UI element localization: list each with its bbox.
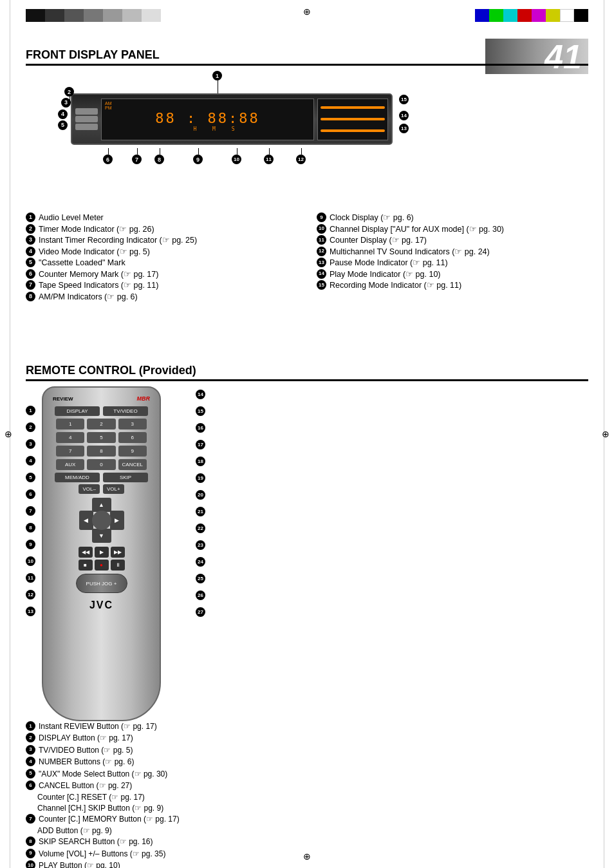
callout-num-11: 11 [264, 155, 274, 164]
num-btn-4[interactable]: 4 [56, 432, 84, 443]
rc-bullet-7: 7 [26, 814, 35, 824]
skip-search-btn[interactable]: SKIP [103, 473, 148, 482]
jog-dial[interactable]: PUSH JOG + [76, 574, 127, 593]
num-btn-3[interactable]: 3 [118, 419, 147, 429]
rc-callout-24-right: 24 [196, 557, 205, 567]
rc-bullet-4: 4 [26, 757, 35, 766]
item-text-10: Channel Display ["AU" for AUX mode] (☞ p… [330, 224, 588, 236]
num-btn-0[interactable]: 0 [87, 459, 115, 470]
callout-4-pos: 4 [58, 108, 68, 119]
front-display-item-15: 15 Recording Mode Indicator (☞ pg. 11) [317, 280, 588, 292]
num-btn-aux[interactable]: AUX [56, 459, 84, 470]
item-text-6: Counter Memory Mark (☞ pg. 17) [39, 269, 297, 281]
callout-13-pos: 13 [399, 122, 409, 133]
rc-callout-11-left: 11 [26, 573, 35, 583]
rc-callout-18-right: 18 [196, 457, 205, 466]
rc-callout-27-right: 27 [196, 607, 205, 617]
remote-control-title: REMOTE CONTROL (Provided) [26, 364, 588, 381]
item-text-4: Video Mode Indicator (☞ pg. 5) [39, 247, 297, 258]
remote-body: REVIEW MBR DISPLAY TV/VIDEO 1 2 3 4 5 6 … [42, 386, 161, 721]
callout-num-14: 14 [399, 111, 409, 120]
rc-item-5: 5 "AUX" Mode Select Button (☞ pg. 30) [26, 769, 405, 780]
num-btn-1[interactable]: 1 [56, 419, 84, 429]
crosshair-left: ⊕ [3, 429, 14, 439]
clock-display: AMPM 88 : 88:88 H M S [101, 99, 314, 140]
rc-callout-13-left: 13 [26, 607, 35, 616]
memory-btn[interactable]: MEM/ADD [55, 473, 100, 482]
front-display-title: FRONT DISPLAY PANEL [26, 48, 588, 66]
rc-item-6-sub1: Counter [C.] RESET (☞ pg. 17) [37, 792, 405, 803]
rc-callout-22-right: 22 [196, 524, 205, 533]
item-text-7: Tape Speed Indicators (☞ pg. 11) [39, 280, 297, 292]
front-display-item-4: 4 Video Mode Indicator (☞ pg. 5) [26, 247, 297, 258]
dpad-center[interactable] [92, 511, 111, 530]
tv-video-btn[interactable]: TV/VIDEO [103, 406, 148, 416]
callout-num-1: 1 [212, 71, 222, 80]
remote-row-1: DISPLAY TV/VIDEO [50, 406, 153, 416]
num-btn-8[interactable]: 8 [87, 446, 115, 457]
rec-btn[interactable]: ● [95, 560, 109, 571]
rc-callout-1-left: 1 [26, 406, 35, 415]
front-display-item-10: 10 Channel Display ["AU" for AUX mode] (… [317, 224, 588, 236]
rc-text-7: Counter [C.] MEMORY Button (☞ pg. 17) [39, 814, 180, 825]
num-btn-cancel[interactable]: CANCEL [118, 459, 147, 470]
stop-btn[interactable]: ■ [79, 560, 93, 571]
remote-diagram: 1 2 3 4 5 6 7 8 9 10 11 12 13 REVIEW MBR [26, 386, 206, 721]
rc-item-6: 6 CANCEL Button (☞ pg. 27) [26, 780, 405, 791]
transport-row-1: ◀◀ ▶ ▶▶ [50, 547, 153, 558]
remote-control-section: REMOTE CONTROL (Provided) 1 2 3 4 5 6 7 … [26, 364, 588, 868]
ff-btn[interactable]: ▶▶ [111, 547, 125, 558]
rc-item-2: 2 DISPLAY Button (☞ pg. 17) [26, 733, 405, 744]
item-bullet-5: 5 [26, 258, 35, 267]
num-btn-6[interactable]: 6 [118, 432, 147, 443]
item-bullet-11: 11 [317, 235, 326, 245]
item-bullet-2: 2 [26, 224, 35, 234]
dpad-left[interactable]: ◀ [79, 511, 93, 530]
dpad-down[interactable]: ▼ [92, 529, 111, 543]
jvc-brand: JVC [50, 599, 153, 611]
remote-vol-row: VOL– VOL+ [50, 484, 153, 494]
front-display-item-2: 2 Timer Mode Indicator (☞ pg. 26) [26, 224, 297, 236]
num-btn-5[interactable]: 5 [87, 432, 115, 443]
remote-num-grid: 1 2 3 4 5 6 7 8 9 AUX 0 CANCEL [50, 419, 153, 470]
rc-item-4: 4 NUMBER Buttons (☞ pg. 6) [26, 757, 405, 768]
rc-callout-2-left: 2 [26, 422, 35, 432]
vol-minus-btn[interactable]: VOL– [79, 484, 99, 494]
rc-callout-21-right: 21 [196, 507, 205, 516]
indicator-bar-3 [321, 129, 385, 132]
item-text-14: Play Mode Indicator (☞ pg. 10) [330, 269, 588, 281]
rc-callout-12-left: 12 [26, 590, 35, 599]
rc-callout-5-left: 5 [26, 473, 35, 482]
callout-num-5: 5 [58, 120, 68, 130]
rc-callout-6-left: 6 [26, 489, 35, 499]
dpad-up[interactable]: ▲ [92, 498, 111, 512]
rew-btn[interactable]: ◀◀ [79, 547, 93, 558]
right-callouts: 14 15 16 17 18 19 20 21 22 23 24 25 26 2… [196, 386, 206, 617]
play-btn[interactable]: ▶ [95, 547, 109, 558]
dpad-right[interactable]: ▶ [110, 511, 124, 530]
display-btn[interactable]: DISPLAY [55, 406, 100, 416]
review-label: REVIEW [53, 396, 73, 402]
pause-btn[interactable]: ⏸ [111, 560, 125, 571]
callout-num-7: 7 [132, 155, 142, 164]
callout-12-pos: 12 [296, 148, 306, 164]
rc-text-3: TV/VIDEO Button (☞ pg. 5) [39, 745, 133, 756]
num-btn-2[interactable]: 2 [87, 419, 115, 429]
num-btn-9[interactable]: 9 [118, 446, 147, 457]
callout-num-6: 6 [103, 155, 113, 164]
front-display-item-3: 3 Instant Timer Recording Indicator (☞ p… [26, 235, 297, 247]
item-text-1: Audio Level Meter [39, 212, 297, 224]
rc-bullet-9: 9 [26, 849, 35, 858]
item-bullet-8: 8 [26, 292, 35, 301]
num-btn-7[interactable]: 7 [56, 446, 84, 457]
display-panel: AMPM 88 : 88:88 H M S [71, 93, 393, 145]
rc-callout-7-left: 7 [26, 506, 35, 516]
vol-plus-btn[interactable]: VOL+ [103, 484, 124, 494]
crosshair-top: ⊕ [302, 6, 312, 17]
rc-text-9: Volume [VOL] +/– Buttons (☞ pg. 35) [39, 849, 165, 860]
remote-dpad: ▲ ▼ ◀ ▶ [79, 498, 124, 543]
callout-14-pos: 14 [399, 109, 409, 120]
item-bullet-10: 10 [317, 224, 326, 234]
clock-digits: 88 : 88:88 [155, 110, 259, 126]
rc-text-1: Instant REVIEW Button (☞ pg. 17) [39, 721, 157, 732]
